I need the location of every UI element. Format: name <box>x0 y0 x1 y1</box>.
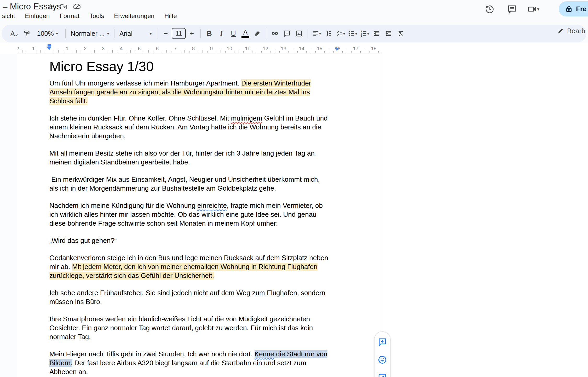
checklist-button[interactable]: ▾ <box>335 28 346 39</box>
ruler-tick <box>293 50 293 53</box>
cloud-saved-icon[interactable] <box>73 2 81 10</box>
ruler-tick <box>94 50 95 53</box>
text-segment: Ich sehe andere Frühaufsteher. Sie sind … <box>49 289 325 297</box>
line-spacing-button[interactable] <box>323 28 334 39</box>
ruler-tick <box>45 51 45 53</box>
menu-extensions[interactable]: Erweiterungen <box>112 12 156 20</box>
numbered-list-button[interactable]: 1 2 3 ▾ <box>359 28 370 39</box>
doc-line: Nachdem ich meine Kündigung für die Wohn… <box>49 201 328 210</box>
menu-help[interactable]: Hilfe <box>163 12 178 20</box>
bulleted-list-button[interactable]: ▾ <box>347 28 358 39</box>
text-segment: Ich stehe im dunklen Flur. Ohne Koffer. … <box>49 114 231 122</box>
menu-view[interactable]: sicht <box>1 12 16 20</box>
comments-panel: Jannik Voß 20:33 Heute Starke Formulieru… <box>383 54 588 377</box>
paragraph-style-select[interactable]: Normaler ...▾ <box>69 28 111 39</box>
doc-line: Ihre Smartphones werfen ein bläulich-wei… <box>49 315 328 323</box>
ruler-tick <box>144 51 144 53</box>
menu-format[interactable]: Format <box>58 12 81 20</box>
font-select[interactable]: Arial▾ <box>118 28 153 39</box>
move-folder-icon[interactable] <box>60 2 68 10</box>
ruler-number: 4 <box>120 46 123 52</box>
version-history-icon[interactable] <box>484 3 496 15</box>
ruler-tick <box>58 50 59 53</box>
text-segment: Nachdem ich meine Kündigung für die Wohn… <box>49 202 197 209</box>
ruler-tick <box>135 51 135 53</box>
doc-line: Ein merkwürdiger Mix aus Einsamkeit, Ang… <box>49 175 328 184</box>
ruler-tick <box>90 51 90 53</box>
doc-line: Amseln fangen gerade an zu singen, als d… <box>49 88 328 96</box>
align-button[interactable]: ▾ <box>311 28 322 39</box>
ruler-tick <box>275 50 275 53</box>
ruler-number: 15 <box>317 46 322 52</box>
open-comments-icon[interactable] <box>506 3 518 15</box>
document-page[interactable]: Micro Essay 1/30 Um fünf Uhr morgens ver… <box>17 54 382 377</box>
doc-line: zurücklege, verstärkt sich das Gefühl de… <box>49 271 328 280</box>
inline-actions-toolbar <box>374 332 390 377</box>
svg-text:3: 3 <box>361 35 362 37</box>
clear-formatting-button[interactable] <box>395 28 406 39</box>
doc-line: Ich sehe andere Frühaufsteher. Sie sind … <box>49 288 328 297</box>
text-segment: meinen digitalen Standbeinen gearbeitet … <box>49 158 190 166</box>
doc-line: einem kleinen Rucksack auf dem Rücken. A… <box>49 123 328 132</box>
ruler-tick <box>166 50 167 53</box>
spellcheck-button[interactable]: A✓ <box>9 28 20 39</box>
decrease-indent-button[interactable] <box>371 28 382 39</box>
ruler-number: 12 <box>263 46 268 52</box>
text-segment: die Stadt nur von <box>274 350 327 358</box>
insert-image-button[interactable] <box>294 28 304 39</box>
italic-button[interactable]: I <box>216 28 227 39</box>
ruler-tick <box>347 50 347 53</box>
highlight-color-button[interactable] <box>252 28 263 39</box>
ruler-tick <box>329 50 329 53</box>
suggest-edits-button[interactable] <box>377 373 387 377</box>
doc-line: meinen digitalen Standbeinen gearbeitet … <box>49 158 328 167</box>
video-call-caret-icon[interactable]: ▾ <box>537 7 539 12</box>
toolbar-separator <box>157 29 157 38</box>
text-segment: einem kleinen Rucksack auf dem Rücken. A… <box>49 123 321 131</box>
doc-line: Ich stehe im dunklen Flur. Ohne Koffer. … <box>49 114 328 123</box>
paragraph: Gedankenverloren steige ich in den Bus u… <box>49 253 328 280</box>
share-button[interactable]: Fre <box>559 1 588 16</box>
add-comment-button[interactable] <box>377 337 387 347</box>
numbered-list-caret-icon: ▾ <box>367 31 370 36</box>
ruler-tick <box>185 50 185 53</box>
text-color-button[interactable]: A <box>240 28 251 39</box>
font-size-input[interactable]: 11 <box>172 28 186 39</box>
menu-tools[interactable]: Tools <box>88 12 106 20</box>
underline-button[interactable]: U <box>228 28 239 39</box>
doc-line: Nachmieterin übergeben. <box>49 132 328 140</box>
video-call-icon[interactable]: ▾ <box>527 3 539 15</box>
paint-format-button[interactable] <box>21 28 32 39</box>
zoom-select[interactable]: 100%▾ <box>33 28 62 39</box>
editing-mode-label: Bearb <box>567 27 585 35</box>
editing-mode-indicator[interactable]: Bearb <box>557 27 585 35</box>
font-caret-icon: ▾ <box>149 31 152 36</box>
first-line-indent-marker[interactable] <box>48 44 51 47</box>
text-segment: Mein Flieger nach Tiflis geht in zwei St… <box>49 350 255 358</box>
ruler-tick <box>126 51 126 53</box>
left-indent-marker[interactable] <box>47 47 51 50</box>
menu-insert[interactable]: Einfügen <box>23 12 51 20</box>
star-icon[interactable]: ☆ <box>47 2 55 10</box>
add-emoji-reaction-button[interactable] <box>377 355 387 365</box>
ruler-tick <box>171 51 171 53</box>
doc-line: „Wird das gut gehen?“ <box>49 236 328 245</box>
ruler-tick <box>370 51 370 53</box>
toolbar-separator <box>308 29 308 38</box>
ruler-tick <box>76 50 77 53</box>
increase-indent-button[interactable] <box>383 28 394 39</box>
text-segment: , fragte mich mein Vermieter, ob <box>227 202 323 209</box>
ruler-tick <box>351 51 352 53</box>
text-segment: Bildern. <box>49 359 72 367</box>
ruler-tick <box>333 51 334 53</box>
text-segment: Kenne <box>255 350 274 358</box>
align-caret-icon: ▾ <box>319 31 321 36</box>
decrease-font-size-button[interactable]: − <box>160 28 171 39</box>
bold-button[interactable]: B <box>204 28 215 39</box>
increase-font-size-button[interactable]: + <box>187 28 197 39</box>
paragraph: „Wird das gut gehen?“ <box>49 236 328 245</box>
ruler-tick <box>270 51 270 53</box>
add-comment-button[interactable] <box>282 28 292 39</box>
ruler-tick <box>252 51 252 53</box>
insert-link-button[interactable] <box>270 28 280 39</box>
